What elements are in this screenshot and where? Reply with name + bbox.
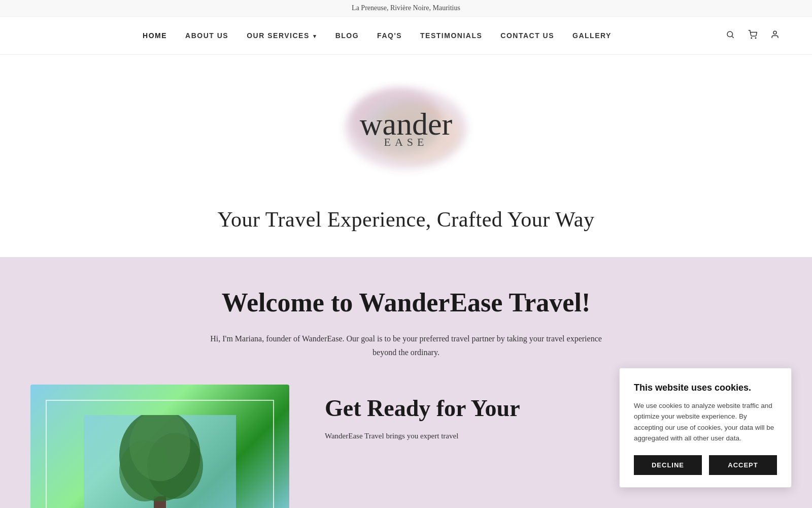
nav-link-faqs[interactable]: FAQ'S (377, 31, 402, 40)
svg-point-4 (773, 31, 776, 34)
address-text: La Preneuse, Rivière Noire, Mauritius (352, 4, 460, 12)
nav-link-services[interactable]: OUR SERVICES ▾ (247, 31, 317, 40)
nav-icons (724, 28, 782, 44)
svg-point-15 (147, 433, 203, 499)
user-button[interactable] (768, 28, 782, 44)
svg-point-0 (727, 31, 733, 37)
logo-wander-text: wander (360, 108, 452, 140)
nav-item-about[interactable]: ABOUT US (185, 31, 228, 40)
svg-point-3 (755, 38, 756, 39)
search-icon (726, 30, 735, 39)
svg-rect-12 (154, 496, 166, 508)
welcome-description: Hi, I'm Mariana, founder of WanderEase. … (203, 332, 609, 359)
hero-logo-section: wander EASE (0, 55, 812, 192)
cookie-banner: This website uses cookies. We use cookie… (619, 368, 792, 488)
page-tagline: Your Travel Experience, Crafted Your Way (0, 207, 812, 232)
cart-icon (748, 30, 757, 39)
nav-item-services[interactable]: OUR SERVICES ▾ (247, 31, 317, 40)
cookie-title: This website uses cookies. (634, 383, 777, 393)
welcome-title: Welcome to WanderEase Travel! (30, 288, 782, 318)
cookie-text: We use cookies to analyze website traffi… (634, 400, 777, 444)
welcome-image (30, 385, 289, 508)
nav-link-about[interactable]: ABOUT US (185, 31, 228, 40)
accept-button[interactable]: ACCEPT (709, 455, 777, 475)
cart-button[interactable] (746, 28, 759, 44)
nav-links: HOME ABOUT US OUR SERVICES ▾ BLOG FAQ'S … (30, 31, 724, 40)
svg-point-16 (129, 415, 190, 481)
nav-item-gallery[interactable]: GALLERY (572, 31, 612, 40)
logo-container: wander EASE (330, 75, 482, 182)
nav-item-blog[interactable]: BLOG (335, 31, 359, 40)
nav-link-gallery[interactable]: GALLERY (572, 31, 612, 40)
svg-line-1 (732, 36, 733, 38)
svg-point-13 (119, 415, 200, 501)
svg-rect-11 (84, 415, 236, 508)
nav-item-testimonials[interactable]: TESTIMONIALS (420, 31, 482, 40)
nav-link-testimonials[interactable]: TESTIMONIALS (420, 31, 482, 40)
svg-point-14 (119, 440, 170, 501)
tagline-section: Your Travel Experience, Crafted Your Way (0, 192, 812, 257)
nav-link-contact[interactable]: CONTACT US (500, 31, 554, 40)
search-button[interactable] (724, 28, 737, 44)
cookie-buttons: DECLINE ACCEPT (634, 455, 777, 475)
nav-item-faqs[interactable]: FAQ'S (377, 31, 402, 40)
svg-point-2 (751, 38, 752, 39)
nav-item-contact[interactable]: CONTACT US (500, 31, 554, 40)
user-icon (770, 30, 780, 39)
tree-image (84, 415, 236, 508)
nav-link-home[interactable]: HOME (143, 31, 167, 40)
nav-item-home[interactable]: HOME (143, 31, 167, 40)
welcome-image-area (30, 385, 294, 508)
dropdown-arrow-icon: ▾ (313, 33, 317, 39)
logo-text: wander EASE (360, 108, 452, 149)
main-nav: HOME ABOUT US OUR SERVICES ▾ BLOG FAQ'S … (0, 17, 812, 55)
decline-button[interactable]: DECLINE (634, 455, 702, 475)
top-bar: La Preneuse, Rivière Noire, Mauritius (0, 0, 812, 17)
nav-link-blog[interactable]: BLOG (335, 31, 359, 40)
